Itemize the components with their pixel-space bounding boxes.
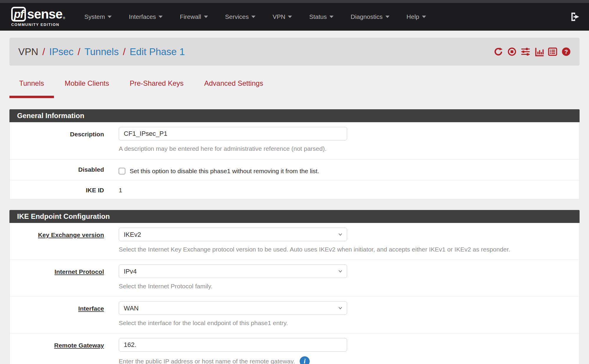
ike-id-row: IKE ID 1 [10,180,579,199]
nav-item-label: Status [309,13,327,20]
caret-down-icon [251,16,255,18]
remote-gateway-row: Remote Gateway Enter the public IP addre… [10,333,579,364]
registered-mark: ® [63,16,65,20]
key-exchange-version-row: Key Exchange version IKEv2 Select the In… [10,223,579,260]
tab-tunnels[interactable]: Tunnels [9,77,54,98]
interface-row: Interface WAN Select the interface for t… [10,297,579,333]
nav-item-label: System [84,13,105,20]
tab-advanced-settings[interactable]: Advanced Settings [194,77,273,98]
internet-protocol-row: Internet Protocol IPv4 Select the Intern… [10,260,579,297]
refresh-icon[interactable] [494,47,503,56]
caret-down-icon [204,16,208,18]
remote-gateway-help: Enter the public IP address or host name… [119,358,295,364]
disabled-checkbox[interactable] [119,168,125,174]
breadcrumb-separator: / [78,46,80,57]
nav-item-label: Services [225,13,249,20]
logo-tagline: COMMUNITY EDITION [11,22,65,27]
caret-down-icon [385,16,390,18]
breadcrumb-root: VPN [18,46,38,57]
nav-item-label: Help [407,13,419,20]
remote-gateway-input[interactable] [119,338,347,352]
nav-item-label: Interfaces [129,13,156,20]
nav-item-services[interactable]: Services [217,3,264,31]
nav-item-status[interactable]: Status [301,3,342,31]
bar-chart-icon[interactable] [534,47,544,56]
nav-item-system[interactable]: System [76,3,120,31]
breadcrumb-current-edit-phase-1[interactable]: Edit Phase 1 [130,46,185,57]
caret-down-icon [329,16,334,18]
description-row: Description A description may be entered… [10,122,579,160]
caret-down-icon [422,16,426,18]
ike-id-value: 1 [119,186,347,194]
breadcrumb-separator: / [123,46,126,57]
caret-down-icon [159,16,163,18]
internet-protocol-select[interactable]: IPv4 [119,264,347,278]
breadcrumb-link-tunnels[interactable]: Tunnels [85,46,119,57]
stop-circle-icon[interactable] [507,47,517,56]
disabled-label: Disabled [10,165,104,175]
description-label: Description [10,127,104,152]
internet-protocol-label: Internet Protocol [10,264,104,290]
pfsense-logo-pf-box: pf [11,7,26,21]
general-information-panel: General Information Description A descri… [9,109,580,199]
description-help: A description may be entered here for ad… [119,145,347,152]
info-icon[interactable]: i [300,356,310,364]
nav-item-diagnostics[interactable]: Diagnostics [342,3,398,31]
key-exchange-version-select[interactable]: IKEv2 [119,228,347,241]
disabled-row: Disabled Set this option to disable this… [10,160,579,180]
breadcrumb-bar: VPN / IPsec / Tunnels / Edit Phase 1 [9,38,580,66]
sliders-icon[interactable] [521,47,530,56]
key-exchange-version-label: Key Exchange version [10,228,104,253]
top-navbar: pf sense ® COMMUNITY EDITION System Inte… [0,0,589,31]
ike-id-label: IKE ID [10,186,104,194]
caret-down-icon [288,16,292,18]
pfsense-logo-sense: sense [27,7,62,21]
nav-item-label: Diagnostics [351,13,383,20]
breadcrumb-link-ipsec[interactable]: IPsec [49,46,74,57]
tab-pre-shared-keys[interactable]: Pre-Shared Keys [120,77,193,98]
key-exchange-version-help: Select the Internet Key Exchange protoco… [119,246,578,253]
caret-down-icon [108,16,112,18]
help-icon[interactable]: ? [562,47,571,56]
svg-text:?: ? [565,49,568,55]
list-icon[interactable] [548,47,557,56]
ike-endpoint-configuration-panel: IKE Endpoint Configuration Key Exchange … [9,210,580,364]
remote-gateway-label: Remote Gateway [10,338,104,364]
pfsense-logo[interactable]: pf sense ® COMMUNITY EDITION [11,7,65,27]
nav-item-vpn[interactable]: VPN [264,3,301,31]
section-tabs: Tunnels Mobile Clients Pre-Shared Keys A… [9,77,580,98]
nav-item-help[interactable]: Help [398,3,435,31]
page-toolbar: ? [494,47,571,56]
description-input[interactable] [119,127,347,140]
main-menu: System Interfaces Firewall Services VPN … [76,3,435,31]
nav-item-firewall[interactable]: Firewall [171,3,216,31]
sign-out-icon[interactable] [570,12,580,22]
interface-select[interactable]: WAN [119,301,347,315]
interface-label: Interface [10,301,104,327]
interface-help: Select the interface for the local endpo… [119,320,347,327]
nav-item-label: VPN [273,13,285,20]
tab-mobile-clients[interactable]: Mobile Clients [55,77,119,98]
nav-item-interfaces[interactable]: Interfaces [120,3,171,31]
internet-protocol-help: Select the Internet Protocol family. [119,283,347,290]
breadcrumb-separator: / [42,46,45,57]
nav-item-label: Firewall [180,13,201,20]
panel-title-general-information: General Information [9,109,580,122]
disabled-checkbox-label: Set this option to disable this phase1 w… [130,168,319,175]
panel-title-ike-endpoint-configuration: IKE Endpoint Configuration [9,210,580,223]
